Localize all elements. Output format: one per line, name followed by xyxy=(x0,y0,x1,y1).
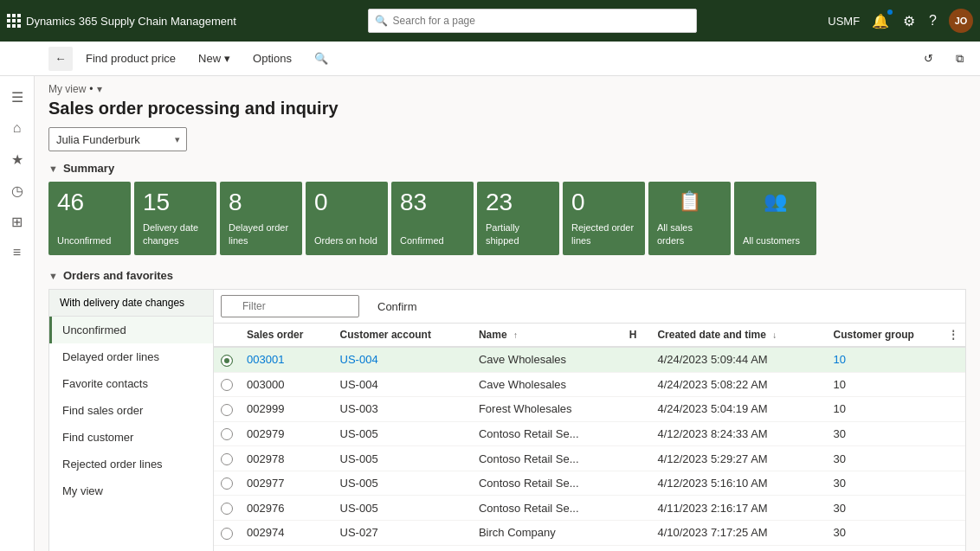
col-name[interactable]: Name ↑ xyxy=(472,324,622,347)
grid-confirm-button[interactable]: Confirm xyxy=(366,295,429,317)
new-button[interactable]: New ▾ xyxy=(189,47,240,71)
options-button[interactable]: Options xyxy=(243,47,301,71)
row-radio-0[interactable] xyxy=(221,355,233,367)
avatar[interactable]: JO xyxy=(949,9,973,33)
notifications-button[interactable]: 🔔 xyxy=(870,11,891,31)
sales-order-link-0[interactable]: 003001 xyxy=(247,353,284,366)
h-cell-7 xyxy=(622,520,651,545)
orders-section-header[interactable]: ▼ Orders and favorites xyxy=(48,269,966,282)
group-cell-2: 10 xyxy=(827,397,965,422)
h-cell-3 xyxy=(622,421,651,446)
name-cell-7: Birch Company xyxy=(472,520,622,545)
group-cell-3: 30 xyxy=(827,421,965,446)
workspaces-icon-button[interactable]: ⊞ xyxy=(3,208,31,235)
orders-nav-header: With delivery date changes xyxy=(49,290,213,317)
group-cell-4: 30 xyxy=(827,446,965,471)
modules-icon-button[interactable]: ≡ xyxy=(3,239,31,266)
tile-rejected-order-lines[interactable]: 0 Rejected order lines xyxy=(563,182,645,255)
grid-filter-input[interactable] xyxy=(221,295,359,317)
row-radio-3[interactable] xyxy=(221,428,233,440)
row-radio-1[interactable] xyxy=(221,379,233,391)
row-radio-7[interactable] xyxy=(221,528,233,540)
col-created-date-time[interactable]: Created date and time ↓ xyxy=(650,324,826,347)
tile-partial-number: 23 xyxy=(486,190,551,215)
toolbar-right-actions: ↺ ⧉ xyxy=(914,47,973,71)
tile-delivery-date-changes[interactable]: 15 Delivery date changes xyxy=(134,182,216,255)
open-in-new-button[interactable]: ⧉ xyxy=(946,47,973,71)
back-button[interactable]: ← xyxy=(48,47,73,71)
help-button[interactable]: ? xyxy=(927,11,938,30)
settings-button[interactable]: ⚙ xyxy=(901,11,917,31)
col-customer-account[interactable]: Customer account xyxy=(333,324,472,347)
tile-orders-on-hold[interactable]: 0 Orders on hold xyxy=(306,182,388,255)
created-date-cell-7: 4/10/2023 7:17:25 AM xyxy=(650,520,826,545)
table-row: 002974US-027Birch Company4/10/2023 7:17:… xyxy=(214,520,965,545)
tile-unconfirmed[interactable]: 46 Unconfirmed xyxy=(48,182,131,255)
row-radio-6[interactable] xyxy=(221,503,233,515)
my-view-label: My view xyxy=(48,83,86,95)
orders-section: With delivery date changes Unconfirmed D… xyxy=(48,289,966,551)
tile-partially-shipped[interactable]: 23 Partially shipped xyxy=(477,182,559,255)
orders-nav: With delivery date changes Unconfirmed D… xyxy=(48,289,213,551)
group-cell-8: 30 xyxy=(827,545,965,551)
customer-account-cell-5: US-005 xyxy=(333,471,472,496)
orders-toggle-icon: ▼ xyxy=(48,271,58,281)
search-toolbar-button[interactable]: 🔍 xyxy=(305,47,338,71)
nav-item-find-customer[interactable]: Find customer xyxy=(49,424,213,451)
nav-item-favorite-contacts[interactable]: Favorite contacts xyxy=(49,370,213,397)
col-menu-icon[interactable]: ⋮ xyxy=(948,329,958,341)
my-view-chevron[interactable]: ▾ xyxy=(97,83,102,95)
row-radio-4[interactable] xyxy=(221,453,233,465)
col-h[interactable]: H xyxy=(622,324,651,347)
table-row: 002976US-005Contoso Retail Se...4/11/202… xyxy=(214,496,965,521)
my-view-dot: • xyxy=(89,83,93,95)
sales-order-cell-5: 002977 xyxy=(240,471,333,496)
h-cell-5 xyxy=(622,471,651,496)
table-row: 002979US-005Contoso Retail Se...4/12/202… xyxy=(214,421,965,446)
tile-unconfirmed-number: 46 xyxy=(57,190,122,215)
nav-item-delayed-order-lines[interactable]: Delayed order lines xyxy=(49,343,213,370)
tile-hold-label: Orders on hold xyxy=(314,234,379,247)
nav-item-unconfirmed[interactable]: Unconfirmed xyxy=(49,317,213,343)
user-filter-select[interactable]: Julia Funderburk xyxy=(48,127,187,151)
nav-item-my-view[interactable]: My view xyxy=(49,477,213,504)
data-grid-container: 🔍 Confirm Sales order xyxy=(213,289,966,551)
col-sales-order[interactable]: Sales order xyxy=(240,324,333,347)
nav-item-rejected-order-lines[interactable]: Rejected order lines xyxy=(49,451,213,477)
tile-all-sales-orders[interactable]: 📋 All sales orders xyxy=(648,182,731,255)
name-cell-3: Contoso Retail Se... xyxy=(472,421,622,446)
group-link-0[interactable]: 10 xyxy=(834,353,846,366)
summary-section-header[interactable]: ▼ Summary xyxy=(48,162,966,175)
sales-order-cell-1: 003000 xyxy=(240,372,333,397)
tile-confirmed-number: 83 xyxy=(400,190,465,215)
nav-item-find-sales-order[interactable]: Find sales order xyxy=(49,397,213,424)
customer-account-cell-3: US-005 xyxy=(333,421,472,446)
created-date-cell-5: 4/12/2023 5:16:10 AM xyxy=(650,471,826,496)
row-radio-2[interactable] xyxy=(221,404,233,416)
row-radio-5[interactable] xyxy=(221,477,233,490)
data-table: Sales order Customer account Name ↑ xyxy=(214,324,965,551)
table-row: 002977US-005Contoso Retail Se...4/12/202… xyxy=(214,471,965,496)
name-cell-5: Contoso Retail Se... xyxy=(472,471,622,496)
tile-delayed-order-lines[interactable]: 8 Delayed order lines xyxy=(220,182,302,255)
search-input[interactable] xyxy=(368,9,697,33)
sales-order-cell-8: 002973 xyxy=(240,545,333,551)
recent-icon-button[interactable]: ◷ xyxy=(3,176,31,204)
waffle-icon[interactable] xyxy=(7,14,19,28)
grid-scroll-area[interactable]: Sales order Customer account Name ↑ xyxy=(214,324,965,551)
tile-all-customers[interactable]: 👥 All customers xyxy=(734,182,816,255)
app-logo: Dynamics 365 Supply Chain Management xyxy=(7,14,236,28)
customer-account-link-0[interactable]: US-004 xyxy=(340,353,378,366)
group-cell-5: 30 xyxy=(827,471,965,496)
summary-tile-grid: 46 Unconfirmed 15 Delivery date changes … xyxy=(48,182,966,255)
refresh-button[interactable]: ↺ xyxy=(914,47,943,71)
tile-confirmed[interactable]: 83 Confirmed xyxy=(391,182,474,255)
favorites-icon-button[interactable]: ★ xyxy=(3,145,31,173)
expand-sidebar-button[interactable]: ☰ xyxy=(3,83,31,111)
find-product-price-button[interactable]: Find product price xyxy=(76,47,185,71)
col-customer-group[interactable]: Customer group ⋮ xyxy=(827,324,965,347)
created-date-cell-1: 4/24/2023 5:08:22 AM xyxy=(650,372,826,397)
h-cell-2 xyxy=(622,397,651,422)
home-icon-button[interactable]: ⌂ xyxy=(3,114,31,142)
all-customers-icon: 👥 xyxy=(743,190,808,213)
